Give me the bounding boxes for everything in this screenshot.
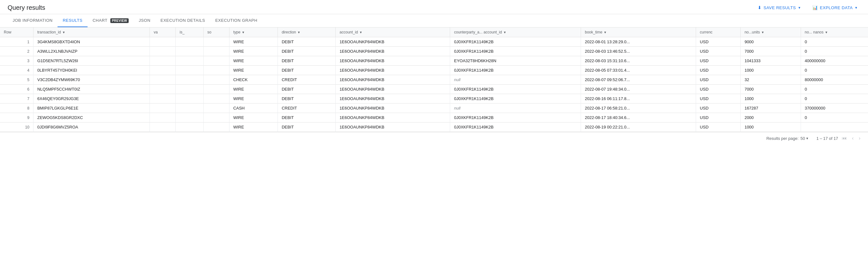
- table-cell: USD: [696, 75, 741, 85]
- table-cell: 0: [801, 85, 868, 94]
- tab-chart[interactable]: CHART PREVIEW: [88, 14, 134, 27]
- tab-job-information[interactable]: JOB INFORMATION: [8, 14, 58, 27]
- col-header-transaction-id[interactable]: transaction_id ▼: [33, 28, 150, 37]
- tab-json[interactable]: JSON: [134, 14, 156, 27]
- table-cell: 1000: [741, 122, 801, 132]
- prev-page-button[interactable]: ‹: [850, 135, 855, 142]
- table-cell: [176, 85, 204, 94]
- col-header-is[interactable]: is_: [176, 28, 204, 37]
- table-cell: 32: [741, 75, 801, 85]
- table-cell: null: [450, 75, 581, 85]
- table-cell: [176, 56, 204, 66]
- table-cell: [203, 37, 229, 47]
- table-cell: [176, 122, 204, 132]
- table-cell: 6X46QEY0GR29JG3E: [33, 94, 150, 104]
- tab-results[interactable]: RESULTS: [58, 14, 88, 27]
- first-page-button[interactable]: ⏮: [840, 135, 848, 142]
- sort-icon-transaction-id: ▼: [62, 31, 65, 34]
- table-cell: 4: [0, 66, 33, 75]
- table-cell: 3G4KMS8GBXTD4ION: [33, 37, 150, 47]
- table-cell: [203, 75, 229, 85]
- table-body: 13G4KMS8GBXTD4IONWIREDEBIT1E6OOAUNKP84WD…: [0, 37, 868, 132]
- col-header-currency[interactable]: currenc: [696, 28, 741, 37]
- per-page-dropdown[interactable]: 50 ▼: [800, 136, 809, 141]
- table-cell: 0JDI9F8G6MVZ5ROA: [33, 122, 150, 132]
- table-cell: 6: [0, 85, 33, 94]
- col-type-label: type: [233, 30, 241, 34]
- tab-execution-graph[interactable]: EXECUTION GRAPH: [210, 14, 262, 27]
- per-page-value: 50: [800, 136, 805, 141]
- col-header-counterparty[interactable]: counterparty_a... account_id ▼: [450, 28, 581, 37]
- header-actions: ⬇ SAVE RESULTS ▼ 📊 EXPLORE DATA ▼: [755, 4, 860, 11]
- col-header-so[interactable]: so: [203, 28, 229, 37]
- table-cell: [203, 47, 229, 56]
- explore-data-button[interactable]: 📊 EXPLORE DATA ▼: [810, 4, 860, 11]
- table-cell: 9000: [741, 37, 801, 47]
- table-cell: 7: [0, 94, 33, 104]
- tab-execution-details[interactable]: EXECUTION DETAILS: [156, 14, 210, 27]
- table-cell: [176, 75, 204, 85]
- col-header-no-nanos[interactable]: no... nanos ▼: [801, 28, 868, 37]
- table-cell: A3WLL2XLNBJVAIZP: [33, 47, 150, 56]
- table-row: 40LBYRT457YDH0KEIWIREDEBIT1E6OOAUNKP84WD…: [0, 66, 868, 75]
- col-resize-transaction-id[interactable]: [148, 28, 150, 37]
- table-header-row: Row transaction_id ▼ va is_ so: [0, 28, 868, 37]
- col-header-account-id[interactable]: account_id ▼: [336, 28, 450, 37]
- table-cell: DEBIT: [278, 47, 336, 56]
- table-cell: 1000: [741, 66, 801, 75]
- table-cell: V3C2DB4ZYMW69K70: [33, 75, 150, 85]
- table-cell: USD: [696, 47, 741, 56]
- table-cell: [203, 113, 229, 122]
- col-account-id-label: account_id: [340, 30, 358, 34]
- table-cell: WIRE: [229, 47, 278, 56]
- table-cell: [176, 104, 204, 113]
- table-cell: 1E6OOAUNKP84WDKB: [336, 94, 450, 104]
- table-cell: [150, 47, 176, 56]
- table-cell: DEBIT: [278, 56, 336, 66]
- table-cell: 2022-08-03 13:46:52.5...: [581, 47, 696, 56]
- table-row: 3G1D5EN7RTL5ZW26IWIREDEBIT1E6OOAUNKP84WD…: [0, 56, 868, 66]
- page-range: 1 – 17 of 17: [816, 136, 838, 141]
- table-cell: ZEWOG5KDS8GR2DXC: [33, 113, 150, 122]
- next-page-button[interactable]: ›: [858, 135, 862, 142]
- table-cell: 8: [0, 104, 33, 113]
- table-cell: CREDIT: [278, 75, 336, 85]
- col-header-va[interactable]: va: [150, 28, 176, 37]
- table-cell: [203, 94, 229, 104]
- col-header-type[interactable]: type ▼: [229, 28, 278, 37]
- table-cell: 2022-08-17 06:58:21.0...: [581, 104, 696, 113]
- table-cell: [801, 122, 868, 132]
- col-currency-label: currenc: [700, 30, 712, 34]
- table-cell: CASH: [229, 104, 278, 113]
- table-cell: 10: [0, 122, 33, 132]
- table-cell: WIRE: [229, 37, 278, 47]
- col-header-no-units[interactable]: no...units ▼: [741, 28, 801, 37]
- table-cell: [150, 85, 176, 94]
- table-cell: WIRE: [229, 56, 278, 66]
- table-cell: [176, 113, 204, 122]
- col-va-label: va: [154, 30, 158, 34]
- table-cell: [150, 104, 176, 113]
- table-cell: DEBIT: [278, 85, 336, 94]
- table-cell: 0LBYRT457YDH0KEI: [33, 66, 150, 75]
- col-header-book-time[interactable]: book_time ▼: [581, 28, 696, 37]
- table-cell: 0: [801, 113, 868, 122]
- save-results-button[interactable]: ⬇ SAVE RESULTS ▼: [755, 4, 804, 11]
- table-cell: 0J0XKFR1K1149K2B: [450, 94, 581, 104]
- pagination-nav: 1 – 17 of 17 ⏮ ‹ ›: [816, 135, 862, 142]
- table-cell: WIRE: [229, 113, 278, 122]
- table-cell: [176, 37, 204, 47]
- col-header-row[interactable]: Row: [0, 28, 33, 37]
- results-per-page-label: Results per page:: [766, 136, 799, 141]
- table-cell: 7000: [741, 85, 801, 94]
- table-cell: 370000000: [801, 104, 868, 113]
- table-cell: 0J0XKFR1K1149K2B: [450, 122, 581, 132]
- sort-icon-no-units: ▼: [761, 31, 764, 34]
- col-header-direction[interactable]: direction ▼: [278, 28, 336, 37]
- results-table-container: Row transaction_id ▼ va is_ so: [0, 28, 868, 132]
- explore-data-icon: 📊: [812, 5, 818, 10]
- table-cell: 2022-08-07 19:48:34.0...: [581, 85, 696, 94]
- table-cell: 1E6OOAUNKP84WDKB: [336, 85, 450, 94]
- table-cell: null: [450, 104, 581, 113]
- table-cell: 1E6OOAUNKP84WDKB: [336, 47, 450, 56]
